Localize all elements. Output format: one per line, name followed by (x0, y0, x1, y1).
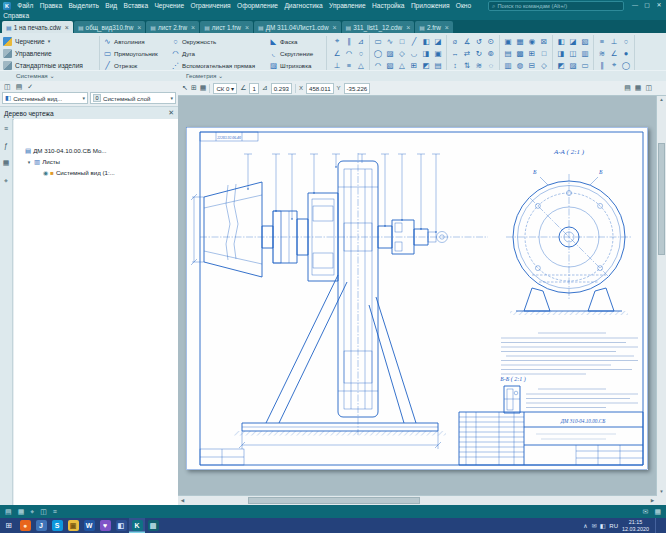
tab-close-icon[interactable]: × (137, 24, 141, 31)
horizontal-scrollbar[interactable]: ◀ ▶ (178, 495, 657, 505)
ribbon-tool-icon[interactable]: ◠ (343, 47, 355, 59)
toolset-selector[interactable]: Черчение ▾ (3, 35, 98, 47)
statusbar-icon[interactable]: ✉ (643, 508, 649, 516)
ribbon-tool-icon[interactable]: ◧ (420, 35, 432, 47)
ribbon-tool-icon[interactable]: ◪ (567, 35, 579, 47)
document-tab[interactable]: ▤ДМ 311.04\Лист1.cdw× (254, 21, 341, 33)
menu-item[interactable]: Вид (102, 0, 120, 11)
scroll-down-icon[interactable]: ▼ (657, 487, 666, 496)
ribbon-tool-icon[interactable]: □ (396, 35, 408, 47)
panel-side-icon[interactable]: ⌖ (4, 177, 8, 185)
document-tab[interactable]: ▤лист 2.frw× (146, 21, 199, 33)
ribbon-tool-icon[interactable]: ▥ (579, 47, 591, 59)
ribbon-tool-button[interactable]: ◣Фаска (269, 35, 324, 47)
ribbon-tool-icon[interactable]: ▧ (579, 35, 591, 47)
ribbon-tool-icon[interactable]: ▦ (514, 35, 526, 47)
taskbar-app-kompas-doc[interactable]: ▤ (145, 518, 161, 533)
ribbon-tool-icon[interactable]: ◧ (555, 35, 567, 47)
ribbon-tool-icon[interactable]: ∠ (331, 47, 343, 59)
menu-item[interactable]: Приложения (408, 0, 453, 11)
scroll-thumb[interactable] (658, 143, 665, 255)
scroll-thumb[interactable] (248, 497, 420, 504)
canvas-tool-icon[interactable]: ▤ (624, 84, 631, 92)
menu-item[interactable]: Выделить (65, 0, 102, 11)
menu-item[interactable]: Управление (326, 0, 369, 11)
start-button[interactable]: ⊞ (0, 518, 17, 533)
ribbon-tool-icon[interactable]: ◨ (555, 47, 567, 59)
panel-side-icon[interactable]: ▦ (3, 159, 10, 167)
ribbon-tool-button[interactable]: ∿Автолиния (103, 35, 170, 47)
vertical-scrollbar[interactable]: ▲ ▼ (656, 95, 666, 496)
statusbar-icon[interactable]: ⌖ (30, 508, 34, 516)
taskbar-app-viewer[interactable]: ◧ (113, 518, 129, 533)
minimize-button[interactable]: — (629, 0, 641, 10)
ribbon-tool-icon[interactable]: ⊥ (608, 35, 620, 47)
document-tab[interactable]: ▤общ_вид310.frw× (74, 21, 145, 33)
expand-icon[interactable]: ▾ (26, 159, 32, 165)
ribbon-tool-icon[interactable]: ◨ (420, 47, 432, 59)
ribbon-tool-icon[interactable]: ▣ (432, 47, 444, 59)
statusbar-icon[interactable]: ▦ (654, 508, 661, 516)
ribbon-tool-icon[interactable]: ⌖ (331, 35, 343, 47)
ribbon-tool-icon[interactable]: ↔ (449, 47, 461, 59)
ribbon-tool-icon[interactable]: ⊠ (538, 35, 550, 47)
tab-close-icon[interactable]: × (245, 24, 249, 31)
panel-side-icon[interactable]: ƒ (4, 142, 8, 149)
close-button[interactable]: ✕ (653, 0, 665, 10)
taskbar-app-firefox[interactable]: ● (17, 518, 33, 533)
canvas-tool-icon[interactable]: ▦ (635, 84, 642, 92)
cursor-step-field[interactable]: 0.293 (271, 83, 292, 94)
ribbon-tool-icon[interactable]: ⌀ (449, 35, 461, 47)
ribbon-tool-icon[interactable]: ⊙ (485, 35, 497, 47)
menu-item[interactable]: Окно (453, 0, 475, 11)
tray-icon[interactable]: ✉ (592, 522, 597, 529)
current-view-combo[interactable]: ◧ Системный вид... ▾ (2, 92, 88, 104)
tab-close-icon[interactable]: × (333, 24, 337, 31)
menu-item[interactable]: Диагностика (281, 0, 326, 11)
ribbon-tool-icon[interactable]: ∠ (608, 47, 620, 59)
menu-item-help[interactable]: Справка (0, 11, 32, 20)
ribbon-tool-icon[interactable]: ⇄ (461, 47, 473, 59)
document-tab[interactable]: ▤2.frw× (415, 21, 453, 33)
menu-item[interactable]: Настройка (369, 0, 408, 11)
panel-toolbar-icon[interactable]: ▤ (16, 83, 23, 91)
ribbon-tool-icon[interactable]: ▨ (384, 47, 396, 59)
ribbon-tool-button[interactable]: ◟Скругление (269, 47, 324, 59)
ribbon-tool-icon[interactable]: ▭ (372, 35, 384, 47)
statusbar-icon[interactable]: ▦ (18, 508, 25, 516)
ribbon-tool-icon[interactable]: ∥ (343, 35, 355, 47)
taskbar-clock[interactable]: 21:15 12.03.2020 (622, 519, 649, 531)
visibility-eye-icon[interactable]: ◉ (43, 169, 48, 176)
current-layer-combo[interactable]: 0 Системный слой ▾ (90, 92, 176, 104)
canvas-tool-icon[interactable]: ⊞ (191, 84, 197, 92)
canvas-tool-icon[interactable]: ◫ (645, 84, 652, 92)
menu-item[interactable]: Оформление (234, 0, 281, 11)
ribbon-tool-icon[interactable]: ● (620, 47, 632, 59)
scroll-left-icon[interactable]: ◀ (178, 496, 187, 505)
taskbar-app-skype[interactable]: S (49, 518, 65, 533)
ribbon-tool-icon[interactable]: ⊿ (355, 35, 367, 47)
tree-item[interactable]: ▾▥Листы (14, 156, 178, 167)
y-coordinate-field[interactable]: -35.226 (344, 83, 371, 94)
ribbon-tool-icon[interactable]: ╱ (408, 35, 420, 47)
ribbon-tool-icon[interactable]: ◉ (526, 35, 538, 47)
ribbon-tool-icon[interactable]: ◯ (372, 47, 384, 59)
ribbon-group-label-system[interactable]: Системная ⌄ (16, 72, 55, 79)
document-tab[interactable]: ▤311_list1_12.cdw× (342, 21, 415, 33)
menu-item[interactable]: Вставка (120, 0, 151, 11)
close-icon[interactable]: ✕ (168, 109, 174, 117)
ribbon-tool-button[interactable]: ▭Прямоугольник (103, 47, 170, 59)
tab-close-icon[interactable]: × (406, 24, 410, 31)
ribbon-tool-icon[interactable]: □ (538, 47, 550, 59)
canvas-tool-icon[interactable]: ↖ (182, 84, 188, 92)
ribbon-section-button[interactable]: Управление (3, 47, 98, 59)
ribbon-tool-icon[interactable]: ◡ (408, 47, 420, 59)
grid-step-field[interactable]: 1 (249, 83, 258, 94)
panel-toolbar-icon[interactable]: ✓ (27, 83, 33, 91)
scroll-up-icon[interactable]: ▲ (657, 95, 666, 104)
document-tab[interactable]: ▤лист 1.frw× (200, 21, 253, 33)
ribbon-tool-icon[interactable]: ∡ (461, 35, 473, 47)
ribbon-group-label-geometry[interactable]: Геометрия ⌄ (186, 72, 223, 79)
maximize-button[interactable]: ▢ (641, 0, 653, 10)
statusbar-icon[interactable]: ◫ (40, 508, 47, 516)
